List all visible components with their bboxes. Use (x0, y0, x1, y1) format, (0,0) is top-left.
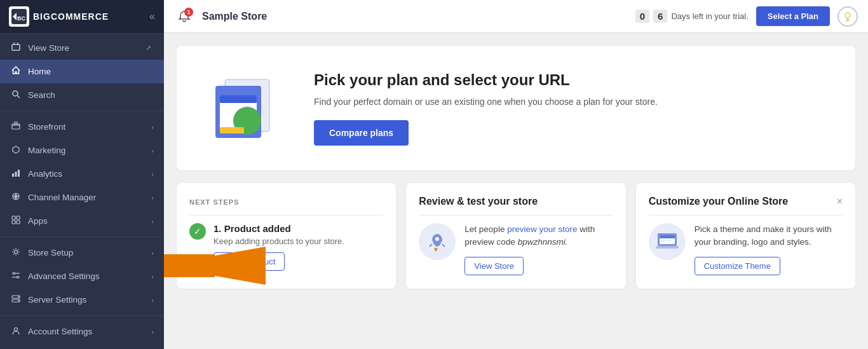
logo-text: BIGCOMMERCE (33, 11, 109, 22)
sidebar-item-advanced-settings[interactable]: Advanced Settings › (0, 264, 164, 288)
sidebar-item-label: Marketing (28, 146, 65, 155)
product-added-text: 1. Product added Keep adding products to… (214, 223, 344, 271)
card-review-title-text: Review & test your store (419, 196, 538, 207)
card-customize-text: Pick a theme and make it yours with your… (695, 223, 843, 249)
sidebar-item-server-settings[interactable]: Server Settings › (0, 288, 164, 311)
banner-description: Find your perfect domain or use an exist… (314, 95, 658, 109)
sidebar-item-home[interactable]: Home (0, 60, 164, 83)
sidebar-collapse-button[interactable]: « (149, 11, 155, 22)
sidebar-item-label: View Store (28, 43, 69, 53)
svg-point-17 (15, 250, 18, 254)
card-close-button[interactable]: × (837, 196, 843, 207)
select-plan-button[interactable]: Select a Plan (756, 6, 830, 26)
svg-point-24 (18, 296, 19, 298)
add-product-button[interactable]: Add a Product (214, 252, 285, 271)
svg-point-20 (13, 273, 15, 275)
card-customize-body: Pick a theme and make it yours with your… (649, 223, 843, 275)
sidebar-header: BC BIGCOMMERCE « (0, 0, 164, 34)
notification-bell[interactable]: 1 (174, 6, 194, 27)
sidebar-item-storefront[interactable]: Storefront › (0, 115, 164, 139)
svg-rect-3 (12, 44, 20, 50)
card-next-steps-title: NEXT STEPS (189, 196, 383, 216)
sidebar-item-marketing[interactable]: Marketing › (0, 139, 164, 162)
chevron-right-icon: › (151, 194, 154, 202)
svg-point-4 (13, 91, 18, 96)
home-icon (10, 66, 22, 77)
check-circle-icon: ✓ (189, 223, 206, 240)
external-link-icon: ↗ (142, 44, 154, 52)
sidebar: BC BIGCOMMERCE « View Store ↗ (0, 0, 164, 349)
sidebar-item-search[interactable]: Search (0, 83, 164, 107)
sidebar-item-label: Storefront (28, 122, 65, 132)
main-content: Pick your plan and select your URL Find … (164, 33, 868, 349)
card-customize-content: Pick a theme and make it yours with your… (695, 223, 843, 275)
chevron-right-icon: › (151, 123, 154, 131)
svg-rect-8 (15, 172, 17, 177)
sidebar-divider (0, 111, 164, 111)
svg-rect-9 (18, 170, 20, 177)
compare-plans-button[interactable]: Compare plans (314, 120, 409, 146)
channel-manager-icon (10, 192, 22, 203)
card-review-text: Let people preview your store with previ… (465, 223, 613, 249)
svg-line-5 (18, 96, 20, 99)
sidebar-item-analytics[interactable]: Analytics › (0, 162, 164, 186)
trial-info: 0 6 Days left in your trial. (635, 10, 749, 23)
sidebar-item-log-out[interactable]: Log Out (0, 343, 164, 349)
svg-rect-16 (17, 221, 20, 224)
banner-illustration (200, 64, 288, 153)
search-icon (10, 90, 22, 100)
advanced-settings-icon (10, 271, 22, 282)
card-review-test: Review & test your store Let people (406, 183, 625, 289)
chevron-right-icon: › (151, 249, 154, 257)
sidebar-divider-2 (0, 236, 164, 237)
svg-point-38 (435, 237, 439, 241)
trial-days-digit-2: 6 (653, 10, 667, 23)
product-added-sub: Keep adding products to your store. (214, 236, 344, 246)
topbar: 1 Sample Store 0 6 Days left in your tri… (164, 0, 868, 33)
banner-card: Pick your plan and select your URL Find … (177, 46, 855, 170)
chevron-right-icon: › (151, 217, 154, 225)
store-name: Sample Store (202, 11, 628, 22)
svg-point-25 (18, 300, 19, 301)
sidebar-item-store-setup[interactable]: Store Setup › (0, 241, 164, 264)
sidebar-item-label: Channel Manager (28, 193, 96, 202)
sidebar-item-label: Account Settings (28, 327, 92, 336)
marketing-icon (10, 145, 22, 156)
svg-rect-35 (220, 127, 244, 133)
sidebar-item-label: Analytics (28, 169, 62, 179)
svg-rect-41 (660, 235, 675, 238)
svg-point-21 (17, 277, 19, 278)
svg-rect-6 (12, 124, 20, 129)
customize-theme-button[interactable]: Customize Theme (695, 257, 780, 275)
apps-icon (10, 216, 22, 226)
sidebar-item-apps[interactable]: Apps › (0, 209, 164, 233)
server-settings-icon (10, 294, 22, 305)
svg-rect-14 (17, 216, 20, 219)
svg-rect-15 (12, 221, 15, 224)
banner-title: Pick your plan and select your URL (314, 71, 658, 89)
sidebar-item-account-settings[interactable]: Account Settings › (0, 320, 164, 343)
chevron-right-icon: › (151, 147, 154, 154)
tips-button[interactable] (837, 6, 858, 27)
sidebar-nav: View Store ↗ Home (0, 34, 164, 349)
chevron-right-icon: › (151, 273, 154, 280)
preview-store-link[interactable]: preview your store (507, 224, 577, 234)
main-area: 1 Sample Store 0 6 Days left in your tri… (164, 0, 868, 349)
logo-icon: BC (9, 6, 29, 27)
view-store-icon (10, 43, 22, 53)
notification-badge: 1 (184, 8, 193, 17)
cards-row: NEXT STEPS ✓ 1. Product added Keep addin… (177, 183, 855, 289)
card-customize-title-text: Customize your Online Store (649, 196, 789, 207)
sidebar-item-label: Store Setup (28, 248, 73, 257)
account-settings-icon (10, 326, 22, 337)
sidebar-item-view-store[interactable]: View Store ↗ (0, 36, 164, 60)
sidebar-item-label: Apps (28, 216, 48, 226)
view-store-button[interactable]: View Store (465, 257, 524, 275)
chevron-right-icon: › (151, 328, 154, 336)
analytics-icon (10, 168, 22, 179)
chevron-right-icon: › (151, 296, 154, 304)
sidebar-item-channel-manager[interactable]: Channel Manager › (0, 186, 164, 209)
card-review-title: Review & test your store (419, 196, 613, 216)
card-customize-title: × Customize your Online Store (649, 196, 843, 216)
storefront-icon (10, 121, 22, 132)
